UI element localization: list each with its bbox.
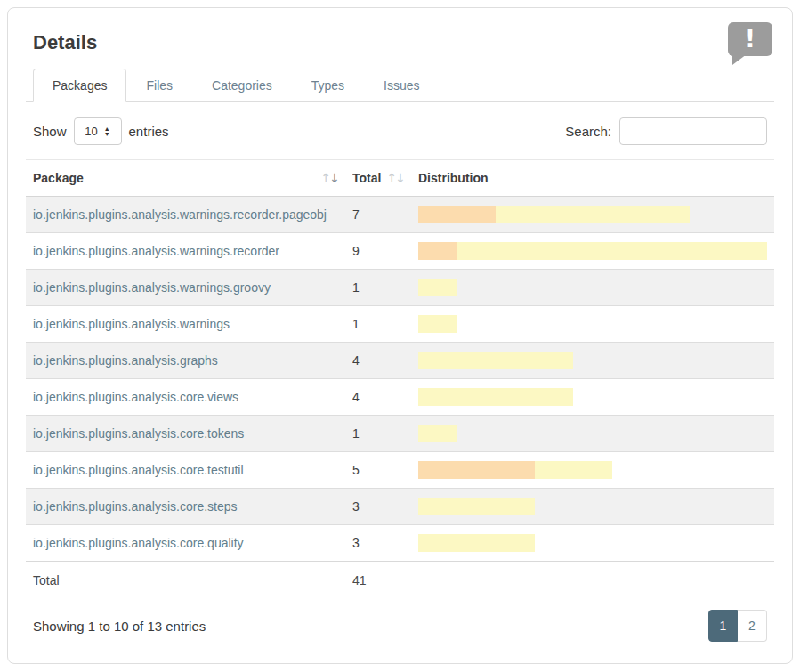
total-value: 1 <box>352 426 360 441</box>
distribution-normal-segment <box>496 206 690 223</box>
bottom-bar: Showing 1 to 10 of 13 entries 12 <box>26 610 774 642</box>
total-value: 1 <box>352 280 360 295</box>
distribution-normal-segment <box>418 388 573 406</box>
distribution-normal-segment <box>418 352 573 369</box>
column-header-total[interactable]: Total ↑↓ <box>345 160 411 197</box>
distribution-high-segment <box>418 206 496 223</box>
distribution-bar <box>418 498 767 515</box>
tab-files[interactable]: Files <box>126 69 192 102</box>
pagination: 12 <box>708 610 767 642</box>
distribution-normal-segment <box>457 242 767 260</box>
distribution-bar <box>418 425 767 442</box>
package-link[interactable]: io.jenkins.plugins.analysis.warnings.rec… <box>33 244 279 258</box>
table-row: io.jenkins.plugins.analysis.core.quality… <box>26 525 774 562</box>
page-title: Details <box>33 31 774 54</box>
footer-total-label: Total <box>26 562 345 600</box>
exclamation-icon: ! <box>745 28 756 51</box>
table-footer-row: Total 41 <box>26 562 774 600</box>
package-link[interactable]: io.jenkins.plugins.analysis.warnings.rec… <box>33 207 327 222</box>
packages-table: Package ↑↓ Total ↑↓ Distribution io.jenk… <box>26 159 774 599</box>
pagination-button-2[interactable]: 2 <box>738 610 767 642</box>
distribution-normal-segment <box>418 315 457 333</box>
show-label: Show <box>33 124 67 139</box>
package-link[interactable]: io.jenkins.plugins.analysis.core.tokens <box>33 426 244 441</box>
package-link[interactable]: io.jenkins.plugins.analysis.core.testuti… <box>33 463 244 477</box>
distribution-normal-segment <box>418 534 535 552</box>
total-value: 7 <box>352 207 360 222</box>
table-row: io.jenkins.plugins.analysis.warnings.rec… <box>26 233 774 270</box>
distribution-normal-segment <box>535 461 612 479</box>
distribution-bar <box>418 352 767 369</box>
distribution-bar <box>418 242 767 260</box>
sort-icon-total[interactable]: ↑↓ <box>387 171 404 185</box>
details-card: ! Details PackagesFilesCategoriesTypesIs… <box>7 7 793 664</box>
total-value: 4 <box>352 390 360 404</box>
page-length-select[interactable]: 10 ▲▼ <box>74 117 122 145</box>
total-value: 1 <box>352 317 360 331</box>
total-value: 3 <box>352 499 360 514</box>
tab-issues[interactable]: Issues <box>364 69 439 102</box>
package-link[interactable]: io.jenkins.plugins.analysis.core.steps <box>33 499 238 514</box>
column-header-distribution: Distribution <box>411 160 774 197</box>
column-header-total-label: Total <box>352 171 381 185</box>
distribution-bar <box>418 388 767 406</box>
footer-total-value: 41 <box>345 562 411 600</box>
tab-packages[interactable]: Packages <box>33 69 126 102</box>
table-row: io.jenkins.plugins.analysis.core.tokens … <box>26 416 774 452</box>
table-body: io.jenkins.plugins.analysis.warnings.rec… <box>26 197 774 562</box>
table-controls: Show 10 ▲▼ entries Search: <box>26 117 774 145</box>
showing-entries-info: Showing 1 to 10 of 13 entries <box>33 619 206 634</box>
tab-types[interactable]: Types <box>292 69 364 102</box>
distribution-normal-segment <box>418 498 535 515</box>
table-row: io.jenkins.plugins.analysis.graphs 4 <box>26 343 774 379</box>
pagination-button-1[interactable]: 1 <box>708 610 738 642</box>
column-header-package-label: Package <box>33 171 84 185</box>
package-link[interactable]: io.jenkins.plugins.analysis.warnings <box>33 317 230 331</box>
distribution-bar <box>418 315 767 333</box>
search-input[interactable] <box>619 117 767 145</box>
sort-icon-package[interactable]: ↑↓ <box>321 171 338 185</box>
total-value: 3 <box>352 536 360 550</box>
distribution-normal-segment <box>418 279 457 296</box>
table-row: io.jenkins.plugins.analysis.warnings.rec… <box>26 197 774 233</box>
table-header-row: Package ↑↓ Total ↑↓ Distribution <box>26 160 774 197</box>
total-value: 4 <box>352 353 360 368</box>
search-control: Search: <box>565 117 767 145</box>
package-link[interactable]: io.jenkins.plugins.analysis.warnings.gro… <box>33 280 271 295</box>
column-header-package[interactable]: Package ↑↓ <box>26 160 345 197</box>
page-length-value: 10 <box>85 125 97 138</box>
column-header-distribution-label: Distribution <box>418 171 489 185</box>
package-link[interactable]: io.jenkins.plugins.analysis.graphs <box>33 353 218 368</box>
table-row: io.jenkins.plugins.analysis.warnings 1 <box>26 306 774 343</box>
table-row: io.jenkins.plugins.analysis.core.steps 3 <box>26 489 774 525</box>
distribution-bar <box>418 461 767 479</box>
tab-bar: PackagesFilesCategoriesTypesIssues <box>26 69 774 102</box>
package-link[interactable]: io.jenkins.plugins.analysis.core.views <box>33 390 238 404</box>
table-row: io.jenkins.plugins.analysis.core.views 4 <box>26 379 774 416</box>
distribution-bar <box>418 534 767 552</box>
distribution-normal-segment <box>418 425 457 442</box>
table-row: io.jenkins.plugins.analysis.warnings.gro… <box>26 270 774 306</box>
tab-categories[interactable]: Categories <box>192 69 292 102</box>
distribution-high-segment <box>418 461 535 479</box>
entries-label: entries <box>129 124 169 139</box>
distribution-high-segment <box>418 242 457 260</box>
distribution-bar <box>418 206 767 223</box>
page-length-control: Show 10 ▲▼ entries <box>33 117 169 145</box>
table-row: io.jenkins.plugins.analysis.core.testuti… <box>26 452 774 489</box>
total-value: 5 <box>352 463 360 477</box>
distribution-bar <box>418 279 767 296</box>
footer-empty-cell <box>411 562 774 600</box>
package-link[interactable]: io.jenkins.plugins.analysis.core.quality <box>33 536 244 550</box>
select-caret-icon: ▲▼ <box>104 126 110 137</box>
sticky-note-bubble-icon[interactable]: ! <box>728 22 772 56</box>
total-value: 9 <box>352 244 360 258</box>
search-label: Search: <box>565 124 611 139</box>
